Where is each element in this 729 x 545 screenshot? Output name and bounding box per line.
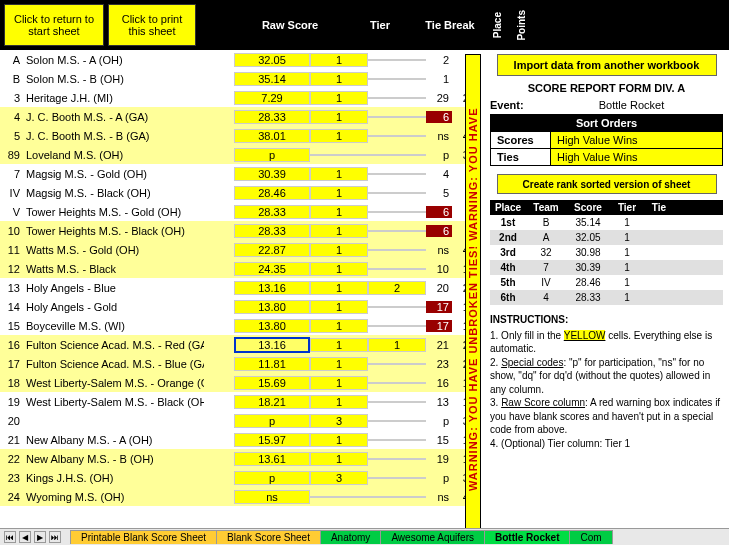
tiebreak-cell[interactable] (368, 420, 426, 422)
tab-awesome-aquifers[interactable]: Awesome Aquifers (380, 530, 485, 544)
tier-cell[interactable] (310, 496, 368, 498)
raw-score-cell[interactable]: 11.81 (234, 357, 310, 371)
raw-score-cell[interactable]: 30.39 (234, 167, 310, 181)
tiebreak-cell[interactable] (368, 363, 426, 365)
raw-score-cell[interactable]: p (234, 471, 310, 485)
raw-score-cell[interactable]: 28.33 (234, 205, 310, 219)
tier-cell[interactable]: 1 (310, 262, 368, 276)
tab-last-icon[interactable]: ⏭ (49, 531, 61, 543)
tiebreak-cell[interactable] (368, 306, 426, 308)
tab-first-icon[interactable]: ⏮ (4, 531, 16, 543)
tier-cell[interactable]: 1 (310, 452, 368, 466)
sort-scores-value[interactable]: High Value Wins (551, 132, 722, 148)
tiebreak-cell[interactable] (368, 268, 426, 270)
tiebreak-cell[interactable] (368, 59, 426, 61)
tiebreak-cell[interactable] (368, 78, 426, 80)
raw-score-cell[interactable]: 28.33 (234, 224, 310, 238)
column-headers: Raw Score Tier Tie Break Place Points (200, 0, 729, 50)
tiebreak-cell[interactable] (368, 173, 426, 175)
tier-cell[interactable]: 1 (310, 53, 368, 67)
raw-score-cell[interactable]: 32.05 (234, 53, 310, 67)
import-button[interactable]: Import data from another workbook (497, 54, 717, 76)
rank-tie (644, 290, 674, 305)
tiebreak-cell[interactable] (368, 325, 426, 327)
tiebreak-cell[interactable] (368, 401, 426, 403)
tiebreak-cell[interactable] (368, 230, 426, 232)
tiebreak-cell[interactable] (368, 211, 426, 213)
tier-cell[interactable]: 1 (310, 205, 368, 219)
raw-score-cell[interactable]: 13.61 (234, 452, 310, 466)
row-num: 22 (0, 453, 24, 465)
tiebreak-cell[interactable]: 1 (368, 338, 426, 352)
tiebreak-cell[interactable] (368, 477, 426, 479)
row-num: A (0, 54, 24, 66)
tiebreak-cell[interactable] (368, 458, 426, 460)
tier-cell[interactable]: 1 (310, 281, 368, 295)
raw-score-cell[interactable]: 28.46 (234, 186, 310, 200)
tier-cell[interactable]: 1 (310, 91, 368, 105)
team-name: Solon M.S. - B (OH) (24, 73, 204, 85)
table-row: 21New Albany M.S. - A (OH)15.9711515 (0, 430, 480, 449)
raw-score-cell[interactable]: 18.21 (234, 395, 310, 409)
tiebreak-cell[interactable] (368, 154, 426, 156)
raw-score-cell[interactable]: 7.29 (234, 91, 310, 105)
table-row: 18West Liberty-Salem M.S. - Orange (OH)1… (0, 373, 480, 392)
tiebreak-cell[interactable] (368, 192, 426, 194)
tab-printable-blank[interactable]: Printable Blank Score Sheet (70, 530, 217, 544)
tab-next-icon[interactable]: ▶ (34, 531, 46, 543)
tier-cell[interactable] (310, 154, 368, 156)
print-button[interactable]: Click to print this sheet (108, 4, 196, 46)
tier-cell[interactable]: 3 (310, 414, 368, 428)
tier-cell[interactable]: 1 (310, 395, 368, 409)
raw-score-cell[interactable]: 35.14 (234, 72, 310, 86)
tier-cell[interactable]: 3 (310, 471, 368, 485)
raw-score-cell[interactable]: 13.80 (234, 300, 310, 314)
row-num: 10 (0, 225, 24, 237)
tab-bottle-rocket[interactable]: Bottle Rocket (484, 530, 570, 544)
place-cell: 17 (426, 320, 452, 332)
tier-cell[interactable]: 1 (310, 300, 368, 314)
raw-score-cell[interactable]: ns (234, 490, 310, 504)
tier-cell[interactable]: 1 (310, 167, 368, 181)
raw-score-cell[interactable]: 28.33 (234, 110, 310, 124)
tier-cell[interactable]: 1 (310, 186, 368, 200)
row-num: 13 (0, 282, 24, 294)
raw-score-cell[interactable]: 22.87 (234, 243, 310, 257)
tab-blank-score[interactable]: Blank Score Sheet (216, 530, 321, 544)
tier-cell[interactable]: 1 (310, 319, 368, 333)
tiebreak-cell[interactable]: 2 (368, 281, 426, 295)
raw-score-cell[interactable]: 13.80 (234, 319, 310, 333)
tier-cell[interactable]: 1 (310, 72, 368, 86)
tier-cell[interactable]: 1 (310, 224, 368, 238)
tiebreak-cell[interactable] (368, 97, 426, 99)
tiebreak-cell[interactable] (368, 135, 426, 137)
rank-button[interactable]: Create rank sorted version of sheet (497, 174, 717, 194)
raw-score-cell[interactable]: 38.01 (234, 129, 310, 143)
tiebreak-cell[interactable] (368, 382, 426, 384)
tier-cell[interactable]: 1 (310, 243, 368, 257)
raw-score-cell[interactable]: 24.35 (234, 262, 310, 276)
raw-score-cell[interactable]: 13.16 (234, 337, 310, 353)
tier-cell[interactable]: 1 (310, 110, 368, 124)
tier-cell[interactable]: 1 (310, 338, 368, 352)
tiebreak-cell[interactable] (368, 496, 426, 498)
tiebreak-cell[interactable] (368, 116, 426, 118)
raw-score-cell[interactable]: 13.16 (234, 281, 310, 295)
raw-score-cell[interactable]: p (234, 148, 310, 162)
rank-score: 32.05 (566, 230, 610, 245)
tab-prev-icon[interactable]: ◀ (19, 531, 31, 543)
raw-score-cell[interactable]: 15.69 (234, 376, 310, 390)
tier-cell[interactable]: 1 (310, 129, 368, 143)
tiebreak-cell[interactable] (368, 249, 426, 251)
return-button[interactable]: Click to return to start sheet (4, 4, 104, 46)
row-num: 12 (0, 263, 24, 275)
sort-ties-value[interactable]: High Value Wins (551, 149, 722, 165)
tier-cell[interactable]: 1 (310, 357, 368, 371)
tiebreak-cell[interactable] (368, 439, 426, 441)
raw-score-cell[interactable]: 15.97 (234, 433, 310, 447)
tab-anatomy[interactable]: Anatomy (320, 530, 381, 544)
raw-score-cell[interactable]: p (234, 414, 310, 428)
tier-cell[interactable]: 1 (310, 376, 368, 390)
tier-cell[interactable]: 1 (310, 433, 368, 447)
tab-com[interactable]: Com (569, 530, 612, 544)
